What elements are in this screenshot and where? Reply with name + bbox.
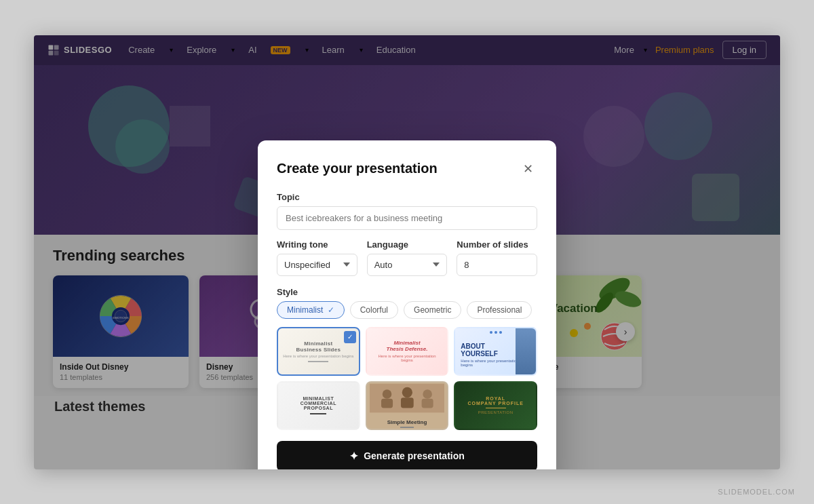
modal-title: Create your presentation xyxy=(277,161,438,176)
minimalist-check-icon: ✓ xyxy=(328,305,334,315)
template-card-minimalist-business[interactable]: ✓ Minimalist Business Slides Here is whe… xyxy=(277,327,360,376)
style-tab-minimalist[interactable]: Minimalist ✓ xyxy=(277,301,345,319)
style-tab-colorful[interactable]: Colorful xyxy=(350,301,398,319)
slides-group: Number of slides xyxy=(457,239,537,276)
form-row: Writing tone Unspecified Formal Casual L… xyxy=(277,239,537,276)
writing-tone-group: Writing tone Unspecified Formal Casual xyxy=(277,239,357,276)
slides-input[interactable] xyxy=(457,254,537,276)
template-card-commercial-proposal[interactable]: MINIMALIST COMMERCIAL PROPOSAL xyxy=(277,381,360,430)
template-card-royal-company[interactable]: ROYAL COMPANY PROFILE PRESENTATION xyxy=(454,381,537,430)
wand-icon: ✦ xyxy=(349,450,358,463)
meeting-photo-icon xyxy=(370,381,445,415)
style-tabs: Minimalist ✓ Colorful Geometric Professi… xyxy=(277,301,537,319)
style-tab-geometric[interactable]: Geometric xyxy=(404,301,461,319)
template-card-about-yourself[interactable]: ABOUT YOURSELF Here is where your presen… xyxy=(454,327,537,376)
svg-rect-30 xyxy=(401,398,414,408)
watermark: SLIDEMODEL.COM xyxy=(718,488,795,496)
template-card-simple-meeting[interactable]: Simple Meeting xyxy=(366,381,449,430)
style-section: Style Minimalist ✓ Colorful Geometric Pr… xyxy=(277,287,537,430)
modal-header: Create your presentation ✕ xyxy=(277,159,537,178)
slides-label: Number of slides xyxy=(457,239,537,250)
topic-label: Topic xyxy=(277,192,537,202)
topic-input[interactable] xyxy=(277,206,537,230)
svg-rect-32 xyxy=(421,399,433,408)
language-select[interactable]: Auto English Spanish xyxy=(367,254,448,276)
svg-point-27 xyxy=(382,389,391,399)
writing-tone-label: Writing tone xyxy=(277,239,357,250)
svg-point-29 xyxy=(402,387,412,398)
create-presentation-modal: Create your presentation ✕ Topic Writing… xyxy=(258,140,556,469)
modal-close-button[interactable]: ✕ xyxy=(518,159,537,178)
generate-button-label: Generate presentation xyxy=(364,450,465,461)
language-group: Language Auto English Spanish xyxy=(367,239,448,276)
style-label: Style xyxy=(277,287,537,297)
template-card-thesis-defense[interactable]: Minimalist Thesis Defense. Here is where… xyxy=(366,327,449,376)
writing-tone-select[interactable]: Unspecified Formal Casual xyxy=(277,254,357,276)
topic-field-group: Topic xyxy=(277,192,537,230)
template-grid: ✓ Minimalist Business Slides Here is whe… xyxy=(277,327,537,430)
style-tab-professional[interactable]: Professional xyxy=(467,301,532,319)
selected-check-icon: ✓ xyxy=(344,331,356,343)
generate-presentation-button[interactable]: ✦ Generate presentation xyxy=(277,441,537,469)
svg-point-31 xyxy=(423,389,432,399)
svg-rect-28 xyxy=(381,399,393,408)
language-label: Language xyxy=(367,239,448,250)
